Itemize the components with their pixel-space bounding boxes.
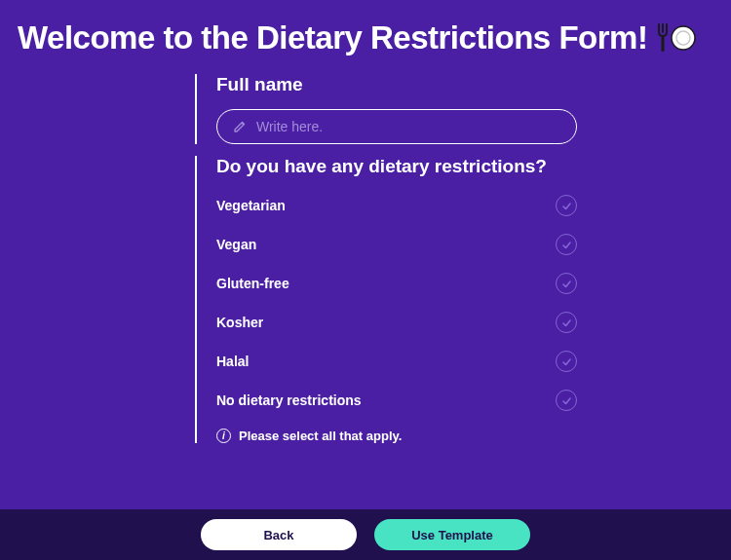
check-icon <box>556 195 577 216</box>
fullname-label: Full name <box>216 74 682 95</box>
check-icon <box>556 312 577 333</box>
use-template-button[interactable]: Use Template <box>374 519 530 550</box>
check-icon <box>556 390 577 411</box>
info-icon: i <box>216 429 231 443</box>
fullname-input[interactable] <box>256 119 560 134</box>
form-body: 1 Full name 2 Do you have any dietary re… <box>195 66 682 485</box>
fork-icon <box>657 22 669 54</box>
check-icon <box>556 273 577 294</box>
pencil-icon <box>233 120 247 133</box>
option-label: Vegetarian <box>216 198 286 213</box>
option-label: No dietary restrictions <box>216 392 362 408</box>
dietary-label: Do you have any dietary restrictions? <box>216 156 682 177</box>
plate-icon <box>671 25 696 51</box>
helper-text-row: i Please select all that apply. <box>216 429 682 443</box>
step-dietary: 2 Do you have any dietary restrictions? … <box>195 156 682 443</box>
option-list: Vegetarian Vegan Gluten-free Kosher Hala… <box>216 195 577 411</box>
svg-rect-0 <box>662 36 665 52</box>
back-button[interactable]: Back <box>201 519 357 550</box>
fullname-input-wrap[interactable] <box>216 109 577 144</box>
footer-bar: Back Use Template <box>0 509 731 560</box>
option-label: Halal <box>216 354 249 369</box>
option-glutenfree[interactable]: Gluten-free <box>216 273 577 294</box>
option-label: Gluten-free <box>216 276 289 291</box>
helper-text: Please select all that apply. <box>239 429 402 443</box>
check-icon <box>556 351 577 372</box>
page-title-text: Welcome to the Dietary Restrictions Form… <box>18 19 647 56</box>
step-fullname: 1 Full name <box>195 74 682 144</box>
option-halal[interactable]: Halal <box>216 351 577 372</box>
svg-point-1 <box>672 26 695 50</box>
option-label: Kosher <box>216 315 263 330</box>
option-none[interactable]: No dietary restrictions <box>216 390 577 411</box>
option-vegetarian[interactable]: Vegetarian <box>216 195 577 216</box>
option-label: Vegan <box>216 237 256 252</box>
cutlery-icon <box>657 22 696 54</box>
option-kosher[interactable]: Kosher <box>216 312 577 333</box>
check-icon <box>556 234 577 255</box>
page-title: Welcome to the Dietary Restrictions Form… <box>0 0 731 66</box>
option-vegan[interactable]: Vegan <box>216 234 577 255</box>
